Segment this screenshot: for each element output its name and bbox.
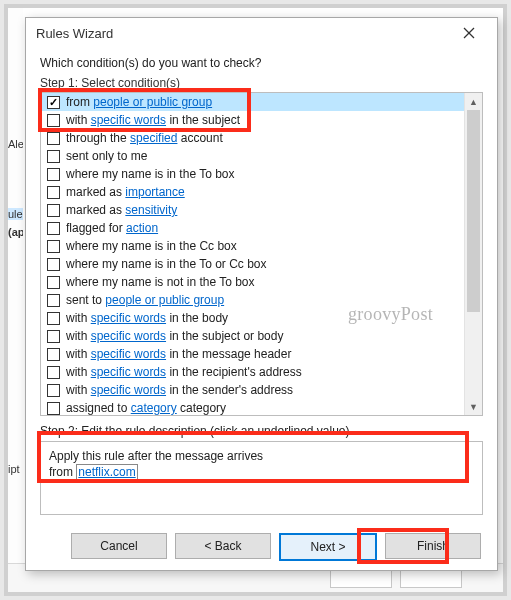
condition-link[interactable]: specific words	[91, 329, 166, 343]
condition-text: where my name is not in the To box	[66, 275, 255, 289]
condition-text: with specific words in the body	[66, 311, 228, 325]
condition-checkbox[interactable]	[47, 132, 60, 145]
condition-text: with specific words in the recipient's a…	[66, 365, 302, 379]
bg-text: ipt	[8, 463, 23, 475]
condition-text: marked as importance	[66, 185, 185, 199]
condition-link[interactable]: specific words	[91, 311, 166, 325]
scroll-down-button[interactable]: ▼	[465, 398, 482, 415]
description-line: Apply this rule after the message arrive…	[49, 448, 474, 464]
condition-checkbox[interactable]	[47, 330, 60, 343]
condition-checkbox[interactable]	[47, 240, 60, 253]
condition-text: where my name is in the To box	[66, 167, 235, 181]
bg-box	[330, 568, 392, 588]
condition-text: with specific words in the message heade…	[66, 347, 291, 361]
condition-checkbox[interactable]	[47, 222, 60, 235]
description-link-frame: netflix.com	[76, 464, 137, 480]
condition-text: with specific words in the sender's addr…	[66, 383, 293, 397]
condition-item[interactable]: from people or public group	[41, 93, 465, 111]
condition-checkbox[interactable]	[47, 168, 60, 181]
dialog-title: Rules Wizard	[36, 26, 113, 41]
condition-text: sent only to me	[66, 149, 147, 163]
description-line: from netflix.com	[49, 464, 474, 480]
condition-checkbox[interactable]	[47, 96, 60, 109]
bg-text: (ap	[8, 226, 23, 238]
step2-label: Step 2: Edit the rule description (click…	[40, 424, 483, 438]
scrollbar-vertical[interactable]: ▲ ▼	[464, 93, 482, 415]
condition-item[interactable]: with specific words in the message heade…	[41, 345, 465, 363]
screenshot-frame: Ale ule (ap ipt Rules Wizard Which condi…	[4, 4, 507, 596]
condition-item[interactable]: where my name is in the Cc box	[41, 237, 465, 255]
condition-link[interactable]: importance	[125, 185, 184, 199]
condition-text: where my name is in the To or Cc box	[66, 257, 267, 271]
finish-button[interactable]: Finish	[385, 533, 481, 559]
conditions-listbox: from people or public groupwith specific…	[40, 92, 483, 416]
condition-item[interactable]: marked as sensitivity	[41, 201, 465, 219]
condition-item[interactable]: with specific words in the subject or bo…	[41, 327, 465, 345]
condition-checkbox[interactable]	[47, 204, 60, 217]
condition-checkbox[interactable]	[47, 150, 60, 163]
next-button[interactable]: Next >	[279, 533, 377, 561]
titlebar: Rules Wizard	[26, 18, 497, 48]
condition-link[interactable]: specific words	[91, 113, 166, 127]
rules-wizard-dialog: Rules Wizard Which condition(s) do you w…	[25, 17, 498, 571]
bg-text: ule	[8, 208, 23, 220]
step1-label: Step 1: Select condition(s)	[40, 76, 483, 90]
back-button[interactable]: < Back	[175, 533, 271, 559]
condition-link[interactable]: category	[131, 401, 177, 415]
close-button[interactable]	[449, 19, 489, 47]
condition-item[interactable]: sent to people or public group	[41, 291, 465, 309]
condition-checkbox[interactable]	[47, 186, 60, 199]
conditions-list[interactable]: from people or public groupwith specific…	[41, 93, 465, 415]
description-text: from	[49, 465, 76, 479]
scroll-track[interactable]	[465, 110, 482, 398]
sender-link[interactable]: netflix.com	[78, 465, 135, 479]
button-row: Cancel < Back Next > Finish	[40, 533, 483, 561]
condition-link[interactable]: specified	[130, 131, 177, 145]
close-icon	[463, 27, 475, 39]
condition-checkbox[interactable]	[47, 402, 60, 415]
condition-text: flagged for action	[66, 221, 158, 235]
condition-item[interactable]: with specific words in the sender's addr…	[41, 381, 465, 399]
condition-link[interactable]: specific words	[91, 383, 166, 397]
condition-text: assigned to category category	[66, 401, 226, 415]
scroll-up-button[interactable]: ▲	[465, 93, 482, 110]
bg-text: Ale	[8, 138, 23, 150]
condition-item[interactable]: where my name is not in the To box	[41, 273, 465, 291]
condition-checkbox[interactable]	[47, 348, 60, 361]
condition-item[interactable]: marked as importance	[41, 183, 465, 201]
condition-checkbox[interactable]	[47, 114, 60, 127]
condition-checkbox[interactable]	[47, 276, 60, 289]
condition-link[interactable]: sensitivity	[125, 203, 177, 217]
cancel-button[interactable]: Cancel	[71, 533, 167, 559]
condition-item[interactable]: assigned to category category	[41, 399, 465, 415]
condition-item[interactable]: sent only to me	[41, 147, 465, 165]
condition-link[interactable]: people or public group	[105, 293, 224, 307]
rule-description-box: Apply this rule after the message arrive…	[40, 441, 483, 515]
condition-item[interactable]: through the specified account	[41, 129, 465, 147]
scroll-thumb[interactable]	[467, 110, 480, 312]
condition-item[interactable]: with specific words in the body	[41, 309, 465, 327]
condition-text: through the specified account	[66, 131, 223, 145]
condition-link[interactable]: action	[126, 221, 158, 235]
condition-link[interactable]: people or public group	[93, 95, 212, 109]
condition-text: with specific words in the subject or bo…	[66, 329, 283, 343]
prompt-text: Which condition(s) do you want to check?	[40, 56, 483, 70]
condition-link[interactable]: specific words	[91, 365, 166, 379]
condition-item[interactable]: with specific words in the subject	[41, 111, 465, 129]
condition-checkbox[interactable]	[47, 366, 60, 379]
condition-checkbox[interactable]	[47, 384, 60, 397]
condition-text: marked as sensitivity	[66, 203, 177, 217]
background-window-fragment: Ale ule (ap ipt	[8, 8, 23, 592]
condition-item[interactable]: with specific words in the recipient's a…	[41, 363, 465, 381]
condition-checkbox[interactable]	[47, 258, 60, 271]
condition-checkbox[interactable]	[47, 294, 60, 307]
bg-box	[400, 568, 462, 588]
condition-item[interactable]: where my name is in the To or Cc box	[41, 255, 465, 273]
condition-item[interactable]: where my name is in the To box	[41, 165, 465, 183]
condition-text: with specific words in the subject	[66, 113, 240, 127]
condition-item[interactable]: flagged for action	[41, 219, 465, 237]
condition-checkbox[interactable]	[47, 312, 60, 325]
condition-text: where my name is in the Cc box	[66, 239, 237, 253]
condition-text: from people or public group	[66, 95, 212, 109]
condition-link[interactable]: specific words	[91, 347, 166, 361]
